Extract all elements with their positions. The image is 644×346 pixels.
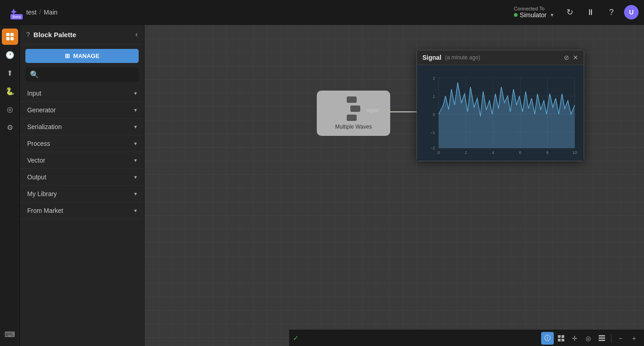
blocks-icon-btn[interactable] <box>2 29 18 45</box>
chevron-down-icon: ▾ <box>134 107 137 113</box>
connection-status-text: Simulator <box>520 11 547 19</box>
breadcrumb: test / Main <box>26 9 58 16</box>
signal-port-label: signal <box>367 108 378 113</box>
svg-rect-37 <box>599 340 605 341</box>
svg-rect-1 <box>10 33 14 36</box>
svg-rect-34 <box>562 339 564 341</box>
settings-icon-btn[interactable]: ⚙ <box>2 119 18 135</box>
breadcrumb-page[interactable]: Main <box>44 9 57 16</box>
multiple-waves-block[interactable]: Multiple Waves <box>317 91 390 136</box>
input-ports <box>347 96 360 121</box>
chevron-down-icon: ▾ <box>134 140 137 147</box>
palette-item-generator[interactable]: Generator ▾ <box>20 102 144 119</box>
svg-text:2: 2 <box>465 150 467 155</box>
palette-header: ? Block Palette ‹ <box>20 25 144 44</box>
palette-item-label: Process <box>27 140 50 147</box>
palette-item-serialization[interactable]: Serialization ▾ <box>20 119 144 135</box>
signal-popup: Signal (a minute ago) ⊘ ✕ <box>416 50 584 161</box>
chevron-down-icon: ▾ <box>134 174 137 180</box>
main-layout: 🕐 ⬆ 🐍 ◎ ⚙ ⌨ ? Block Palette ‹ ⊞ MANAGE 🔍… <box>0 25 644 346</box>
topbar: ✦ Beta test / Main Connected To Simulato… <box>0 0 644 25</box>
palette-item-label: My Library <box>27 190 57 197</box>
block-node-inner <box>347 96 360 121</box>
connection-status[interactable]: Simulator ▾ <box>514 11 553 19</box>
search-icon: 🔍 <box>30 70 39 79</box>
breadcrumb-project[interactable]: test <box>26 9 37 16</box>
bottom-bar: ✓ ⓘ ✛ ◎ − + <box>289 330 644 346</box>
signal-popup-pin-button[interactable]: ⊘ <box>564 54 569 61</box>
svg-text:4: 4 <box>492 150 494 155</box>
chevron-down-icon: ▾ <box>134 191 137 197</box>
palette-item-output[interactable]: Output ▾ <box>20 169 144 186</box>
palette-item-input[interactable]: Input ▾ <box>20 85 144 102</box>
palette-item-label: Output <box>27 173 46 181</box>
palette-item-label: Serialization <box>27 123 62 130</box>
svg-text:−2: −2 <box>431 146 435 150</box>
svg-rect-0 <box>6 33 10 36</box>
chevron-down-icon: ▾ <box>134 124 137 130</box>
pause-button[interactable]: ⏸ <box>582 4 599 20</box>
grid-button[interactable] <box>555 332 567 345</box>
palette-list: Input ▾ Generator ▾ Serialization ▾ Proc… <box>20 85 144 346</box>
table-button[interactable] <box>596 332 608 345</box>
svg-text:0: 0 <box>433 112 435 117</box>
palette-item-process[interactable]: Process ▾ <box>20 135 144 152</box>
breadcrumb-separator: / <box>39 9 41 16</box>
svg-text:−1: −1 <box>431 130 435 135</box>
svg-rect-32 <box>562 335 564 338</box>
avatar[interactable]: U <box>624 5 639 19</box>
svg-rect-3 <box>10 37 14 40</box>
chevron-down-icon: ▾ <box>134 157 137 163</box>
search-input[interactable] <box>43 71 134 78</box>
palette-item-label: Input <box>27 90 41 97</box>
port-3 <box>347 115 357 121</box>
svg-rect-35 <box>599 335 605 336</box>
palette-item-label: From Market <box>27 207 63 214</box>
palette-help-icon[interactable]: ? <box>26 31 30 38</box>
separator <box>611 334 611 343</box>
palette-item-from-market[interactable]: From Market ▾ <box>20 202 144 219</box>
svg-text:0: 0 <box>437 150 440 155</box>
connection-dot <box>514 13 518 17</box>
market-icon-btn[interactable]: ◎ <box>2 101 18 117</box>
signal-popup-close-button[interactable]: ✕ <box>573 54 578 61</box>
svg-rect-36 <box>599 337 605 339</box>
history-icon-btn[interactable]: 🕐 <box>2 47 18 63</box>
manage-button[interactable]: ⊞ MANAGE <box>25 49 139 63</box>
icon-bar-bottom: ⌨ <box>2 326 18 346</box>
palette-item-vector[interactable]: Vector ▾ <box>20 152 144 169</box>
chevron-down-icon: ▾ <box>134 207 137 214</box>
terminal-icon-btn[interactable]: ⌨ <box>2 326 18 342</box>
info-button[interactable]: ⓘ <box>541 332 554 345</box>
manage-label: MANAGE <box>73 53 100 59</box>
zoom-in-button[interactable]: + <box>628 332 640 345</box>
svg-text:2: 2 <box>433 76 435 81</box>
chevron-down-icon: ▾ <box>134 90 137 96</box>
svg-text:1: 1 <box>433 94 435 99</box>
svg-text:10: 10 <box>572 150 577 155</box>
port-2 <box>350 106 360 112</box>
palette-item-label: Generator <box>27 106 56 114</box>
signal-popup-time: (a minute ago) <box>445 54 480 61</box>
move-button[interactable]: ✛ <box>568 332 581 345</box>
palette-item-my-library[interactable]: My Library ▾ <box>20 186 144 202</box>
zoom-out-button[interactable]: − <box>614 332 627 345</box>
canvas-area[interactable]: Multiple Waves x0 x... Signal signal <box>145 25 644 346</box>
svg-rect-31 <box>558 335 561 338</box>
svg-rect-33 <box>558 339 561 341</box>
search-bar: 🔍 <box>25 67 139 82</box>
refresh-button[interactable]: ↻ <box>562 4 578 20</box>
svg-text:6: 6 <box>519 150 521 155</box>
target-button[interactable]: ◎ <box>582 332 595 345</box>
block-palette: ? Block Palette ‹ ⊞ MANAGE 🔍 Input ▾ Gen… <box>20 25 145 346</box>
upload-icon-btn[interactable]: ⬆ <box>2 65 18 81</box>
connection-label: Connected To <box>514 6 545 11</box>
palette-item-label: Vector <box>27 157 45 164</box>
help-button[interactable]: ? <box>603 4 620 20</box>
beta-badge: Beta <box>10 14 23 19</box>
svg-rect-2 <box>6 37 10 40</box>
icon-bar: 🕐 ⬆ 🐍 ◎ ⚙ ⌨ <box>0 25 20 346</box>
palette-close-icon[interactable]: ‹ <box>136 30 138 38</box>
python-icon-btn[interactable]: 🐍 <box>2 83 18 99</box>
signal-popup-header: Signal (a minute ago) ⊘ ✕ <box>417 50 584 65</box>
